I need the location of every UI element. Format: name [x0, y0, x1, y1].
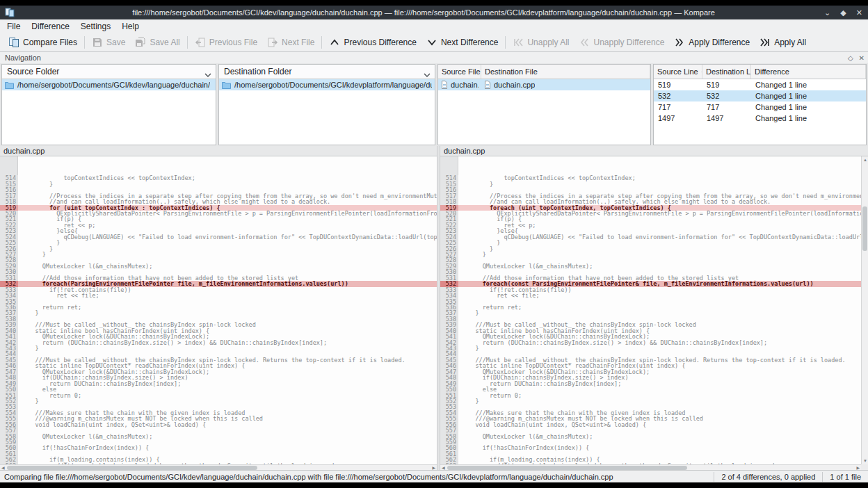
- status-message: Comparing file file:///home/sergobot/Doc…: [0, 473, 714, 481]
- destination-pane-title: duchain.cpp: [440, 146, 868, 156]
- destination-code-pane: 514 topContextIndices << topContextIndex…: [440, 156, 861, 464]
- save-button[interactable]: Save: [87, 35, 130, 50]
- unapply-all-icon: [513, 37, 524, 48]
- source-folder-combo[interactable]: Source Folder: [2, 65, 216, 79]
- code-line: 524 qCDebug(LANGUAGE) << "Failed to load…: [440, 234, 861, 240]
- destination-folder-pane: Destination Folder /home/sergobot/Docume…: [218, 64, 435, 145]
- close-button[interactable]: ✕: [856, 8, 862, 17]
- code-text: QMutexLocker l(&m_chainsMutex);: [458, 434, 593, 439]
- destination-line-cell: 1497: [702, 113, 751, 124]
- apply-all-icon: [760, 37, 771, 48]
- difference-cell: Changed 1 line: [751, 101, 866, 113]
- scrollbar-thumb[interactable]: [862, 206, 867, 251]
- unapply-difference-button[interactable]: Unapply Difference: [574, 35, 669, 50]
- code-line: 536 return ret;: [440, 304, 861, 310]
- difference-row[interactable]: 14971497Changed 1 line: [654, 113, 866, 124]
- code-line: 524 qCDebug(LANGUAGE) << "Failed to load…: [0, 234, 437, 240]
- next-difference-button[interactable]: Next Difference: [421, 35, 503, 50]
- apply-difference-icon: [674, 37, 685, 48]
- files-row[interactable]: duchain.c...duchain.cpp: [438, 79, 650, 90]
- unapply-all-button[interactable]: Unapply All: [508, 35, 574, 50]
- dock-float-icon[interactable]: ◇: [848, 54, 853, 62]
- titlebar[interactable]: file:///home/sergobot/Documents/GCI/kdev…: [0, 6, 868, 19]
- destination-folder-combo[interactable]: Destination Folder: [219, 65, 435, 79]
- menu-file[interactable]: File: [1, 20, 26, 33]
- code-text: }: [458, 252, 486, 257]
- difference-row[interactable]: 519519Changed 1 line: [654, 79, 866, 90]
- code-line: 514 topContextIndices << topContextIndex…: [0, 175, 437, 181]
- code-line: 534 ret << file;: [440, 293, 861, 298]
- diff-view: duchain.cpp duchain.cpp 514 topContextIn…: [0, 146, 868, 470]
- source-folder-item[interactable]: /home/sergobot/Documents/GCI/kdev/langua…: [2, 79, 216, 90]
- destination-file-header[interactable]: Destination File: [481, 65, 650, 79]
- code-line: 529 QMutexLocker l(&m_chainsMutex);: [0, 263, 437, 269]
- code-text: ret << file;: [458, 293, 540, 298]
- apply-all-button[interactable]: Apply All: [755, 35, 811, 50]
- code-text: }: [18, 252, 46, 257]
- menu-settings[interactable]: Settings: [75, 20, 116, 33]
- source-pane-title: duchain.cpp: [0, 146, 437, 156]
- source-file-header[interactable]: Source File: [438, 65, 481, 79]
- navigation-dock-title: Navigation: [5, 54, 41, 62]
- destination-line-header[interactable]: Destination Lin: [702, 65, 751, 79]
- folder-icon: [222, 81, 231, 89]
- compare-files-button[interactable]: Compare Files: [3, 35, 82, 50]
- code-text: return (DUChain::chainsByIndex.size() > …: [18, 340, 327, 345]
- previous-difference-button[interactable]: Previous Difference: [324, 35, 421, 50]
- difference-row[interactable]: 532532Changed 1 line: [654, 90, 866, 101]
- unapply-all-button-label: Unapply All: [527, 38, 569, 47]
- code-line: 543 }: [440, 345, 861, 351]
- toolbar-separator: [187, 36, 188, 49]
- code-line: 563 //It's probably being loaded by anot…: [0, 463, 437, 464]
- save-all-button[interactable]: Save All: [130, 35, 184, 50]
- source-line-cell: 519: [654, 79, 702, 90]
- code-text: }: [458, 398, 479, 404]
- code-text: qCDebug(LANGUAGE) << "Failed to load env…: [458, 234, 861, 240]
- source-horizontal-scrollbar[interactable]: ◀ ▶: [0, 464, 437, 470]
- code-line: 527 }: [0, 252, 437, 257]
- save-icon: [92, 37, 103, 48]
- menu-difference[interactable]: Difference: [26, 20, 74, 33]
- minimize-button[interactable]: ⌄: [824, 8, 830, 17]
- files-pane: Source File Destination File duchain.c..…: [437, 64, 651, 145]
- code-line: 551 return 0;: [0, 393, 437, 398]
- apply-difference-button-label: Apply Difference: [689, 38, 750, 47]
- apply-difference-button[interactable]: Apply Difference: [669, 35, 755, 50]
- vertical-scrollbar[interactable]: ▲ ▼: [861, 156, 868, 464]
- code-text: if(!hasChainForIndex(index)) {: [18, 445, 149, 450]
- destination-horizontal-scrollbar[interactable]: ◀ ▶: [440, 464, 861, 470]
- folder-icon: [5, 81, 14, 89]
- difference-cell: Changed 1 line: [751, 90, 866, 101]
- menu-help[interactable]: Help: [116, 20, 145, 33]
- difference-header[interactable]: Difference: [751, 65, 866, 79]
- code-line: 556 void loadChain(uint index, QSet<uint…: [0, 422, 437, 428]
- code-line: 543 }: [0, 345, 437, 351]
- code-text: }: [458, 345, 479, 351]
- source-line-header[interactable]: Source Line: [654, 65, 702, 79]
- previous-file-button[interactable]: Previous File: [190, 35, 262, 50]
- code-text: QMutexLocker l(&m_chainsMutex);: [18, 263, 152, 269]
- code-line: 542 return (DUChain::chainsByIndex.size(…: [0, 340, 437, 345]
- next-file-button[interactable]: Next File: [262, 35, 319, 50]
- difference-row[interactable]: 717717Changed 1 line: [654, 101, 866, 113]
- code-text: return (DUChain::chainsByIndex.size() > …: [458, 340, 767, 345]
- differences-rows: 519519Changed 1 line532532Changed 1 line…: [654, 79, 866, 124]
- folder-path: /home/sergobot/Documents/GCI/kdev/langua…: [17, 81, 210, 89]
- navigation-dock-header[interactable]: Navigation ◇ ✕: [0, 52, 868, 63]
- code-line: 551 return 0;: [440, 393, 861, 398]
- source-file-cell: duchain.c...: [438, 79, 481, 90]
- destination-folder-item[interactable]: /home/sergobot/Documents/GCI/kdevplatfor…: [219, 79, 435, 90]
- code-line: 534 ret << file;: [0, 293, 437, 298]
- dock-close-icon[interactable]: ✕: [859, 54, 865, 62]
- statusbar: Comparing file file:///home/sergobot/Doc…: [0, 470, 868, 482]
- code-text: }: [18, 181, 53, 187]
- code-line: 529 QMutexLocker l(&m_chainsMutex);: [440, 263, 861, 269]
- code-text: void loadChain(uint index, QSet<uint>& l…: [18, 422, 206, 428]
- code-text: }: [458, 181, 493, 187]
- maximize-button[interactable]: ◆: [840, 8, 846, 17]
- code-line: 552 }: [0, 398, 437, 404]
- code-text: //It's probably being loaded by another …: [18, 463, 337, 464]
- code-line: 560 if(!hasChainForIndex(index)) {: [440, 445, 861, 450]
- code-line: 549 return DUChain::chainsByIndex[index]…: [0, 381, 437, 387]
- destination-folder-label: Destination Folder: [224, 67, 291, 76]
